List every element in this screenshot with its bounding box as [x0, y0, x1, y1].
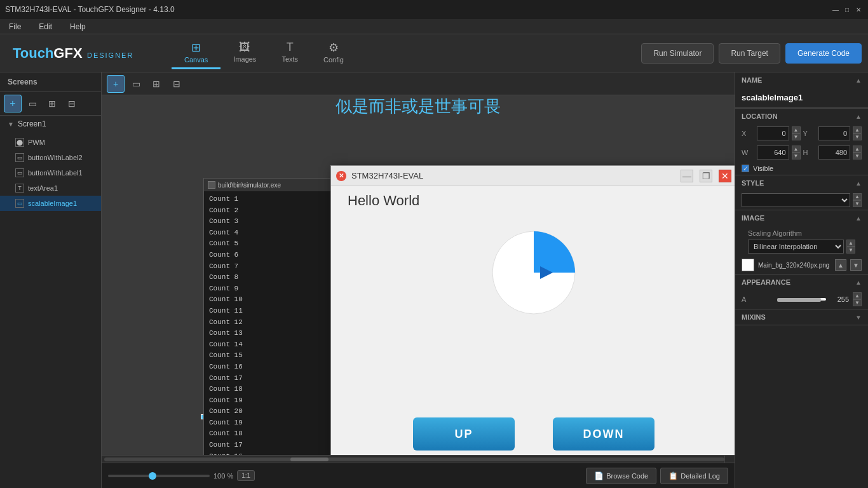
tab-canvas[interactable]: ⊞ Canvas	[172, 37, 220, 69]
run-target-button[interactable]: Run Target	[719, 43, 780, 64]
zoom-control: 100 % 1:1	[108, 470, 580, 481]
generate-code-button[interactable]: Generate Code	[785, 43, 862, 64]
browse-code-button[interactable]: 📄 Browse Code	[586, 468, 656, 484]
menu-help[interactable]: Help	[66, 21, 90, 32]
alpha-spin: ▲ ▼	[853, 292, 862, 306]
menu-file[interactable]: File	[5, 21, 25, 32]
simulator-minimize-button[interactable]: —	[681, 170, 693, 182]
prop-w-down[interactable]: ▼	[792, 152, 801, 159]
prop-y-up[interactable]: ▲	[853, 126, 862, 133]
prop-y-input[interactable]	[818, 126, 851, 140]
prop-style-down[interactable]: ▼	[853, 200, 862, 207]
alpha-slider[interactable]	[777, 298, 826, 301]
run-simulator-button[interactable]: Run Simulator	[641, 43, 714, 64]
visible-checkbox[interactable]: ✓	[742, 165, 749, 172]
detailed-log-button[interactable]: 📋 Detailed Log	[660, 468, 728, 484]
prop-section-location: LOCATION ▲ X ▲ ▼ Y ▲ ▼	[735, 109, 868, 175]
prop-name-area: scalableImage1	[735, 88, 868, 108]
alpha-up[interactable]: ▲	[853, 292, 862, 299]
sidebar-item-buttonwithlabel2[interactable]: ▭ buttonWithLabel2	[0, 150, 101, 165]
zoom-slider-thumb[interactable]	[149, 472, 156, 480]
texts-icon: T	[287, 41, 294, 54]
watermark-text: 似是而非或是世事可畏	[102, 95, 735, 118]
prop-w-up[interactable]: ▲	[792, 146, 801, 152]
sidebar-item-screen1[interactable]: ▼ Screen1	[0, 116, 101, 132]
collapse-location-icon: ▲	[855, 113, 862, 120]
close-button[interactable]: ✕	[854, 5, 863, 14]
prop-x-input[interactable]	[757, 126, 789, 140]
scroll-corner	[724, 456, 732, 463]
grid-tool-button[interactable]: ⊞	[43, 95, 61, 112]
sidebar-item-pwm[interactable]: ⬤ PWM	[0, 135, 101, 150]
scalable-image-icon: ▭	[15, 199, 24, 208]
prop-x-spin: ▲ ▼	[792, 126, 801, 140]
terminal-body[interactable]: Count 1 Count 2 Count 3 Count 4 Count 5 …	[204, 191, 336, 455]
prop-h-down[interactable]: ▼	[853, 152, 862, 159]
image-expand-button[interactable]: ▼	[850, 259, 862, 271]
chevron-down-icon: ▼	[8, 121, 14, 128]
prop-h-up[interactable]: ▲	[853, 146, 862, 152]
prop-y-down[interactable]: ▼	[853, 133, 862, 140]
canvas-add-button[interactable]: +	[107, 75, 125, 93]
prop-section-name: NAME ▲ scalableImage1	[735, 72, 868, 109]
sidebar-item-buttonwithlabel1[interactable]: ▭ buttonWithLabel1	[0, 165, 101, 180]
simulator-close-button[interactable]: ✕	[719, 170, 731, 182]
scaling-algorithm-select[interactable]: Bilinear Interpolation Nearest Neighbor	[748, 240, 844, 254]
prop-style-up[interactable]: ▲	[853, 193, 862, 200]
maximize-button[interactable]: □	[843, 5, 851, 14]
prop-x-down[interactable]: ▼	[792, 133, 801, 140]
select-tool-button[interactable]: ▭	[24, 95, 41, 112]
minimize-button[interactable]: —	[831, 5, 840, 14]
bottom-actions: 📄 Browse Code 📋 Detailed Log	[586, 468, 728, 484]
prop-w-input[interactable]	[757, 146, 789, 159]
canvas-scroll-thumb[interactable]	[290, 458, 329, 461]
simulator-up-button[interactable]: UP	[413, 417, 515, 451]
sidebar-item-scalableimage1[interactable]: ▭ scalableImage1	[0, 196, 101, 211]
menu-edit[interactable]: Edit	[35, 21, 56, 32]
add-widget-button[interactable]: +	[4, 95, 22, 112]
scaling-down[interactable]: ▼	[846, 247, 855, 254]
tab-images[interactable]: 🖼 Images	[220, 37, 269, 69]
prop-mixins-header[interactable]: MIXINS ▼	[735, 309, 868, 325]
terminal-line: Count 17	[209, 373, 331, 384]
prop-image-file-row: Main_bg_320x240px.png ▲ ▼	[735, 256, 868, 274]
image-thumbnail	[742, 259, 754, 271]
pie-svg	[489, 228, 578, 317]
prop-style-header[interactable]: STYLE ▲	[735, 175, 868, 191]
prop-x-up[interactable]: ▲	[792, 126, 801, 133]
terminal-window: build\bin\simulator.exe Count 1 Count 2 …	[203, 178, 337, 455]
prop-section-appearance: APPEARANCE ▲ A 255 ▲ ▼	[735, 274, 868, 309]
prop-style-select[interactable]	[742, 193, 850, 207]
canvas-scrollbar-horizontal[interactable]	[102, 455, 735, 463]
toolbar-actions: Run Simulator Run Target Generate Code	[641, 43, 862, 64]
terminal-line: Count 19	[209, 417, 331, 429]
sidebar-item-textarea1[interactable]: T textArea1	[0, 180, 101, 196]
simulator-down-button[interactable]: DOWN	[553, 417, 654, 451]
prop-image-header[interactable]: IMAGE ▲	[735, 210, 868, 226]
canvas-grid-button[interactable]: ⊞	[147, 75, 165, 93]
tab-texts-label: Texts	[281, 55, 298, 63]
snap-tool-button[interactable]: ⊟	[63, 95, 81, 112]
alpha-down[interactable]: ▼	[853, 299, 862, 306]
prop-name-header[interactable]: NAME ▲	[735, 72, 868, 88]
tab-config-label: Config	[323, 56, 344, 64]
prop-location-header[interactable]: LOCATION ▲	[735, 109, 868, 124]
prop-appearance-header[interactable]: APPEARANCE ▲	[735, 274, 868, 290]
collapse-icon: ▲	[855, 77, 862, 84]
canvas-snap-button[interactable]: ⊟	[168, 75, 186, 93]
tab-config[interactable]: ⚙ Config	[311, 37, 356, 69]
screen1-label: Screen1	[18, 119, 46, 128]
tab-texts[interactable]: T Texts	[269, 37, 311, 69]
terminal-line: Count 13	[209, 328, 331, 339]
detailed-log-label: Detailed Log	[681, 472, 720, 480]
image-change-button[interactable]: ▲	[835, 259, 846, 271]
prop-w-label: W	[742, 149, 754, 156]
canvas-frame-button[interactable]: ▭	[127, 75, 145, 93]
zoom-slider[interactable]	[108, 475, 210, 477]
tab-canvas-label: Canvas	[184, 56, 208, 64]
prop-name-value: scalableImage1	[742, 93, 803, 102]
prop-h-input[interactable]	[818, 146, 851, 159]
scaling-up[interactable]: ▲	[846, 240, 855, 247]
simulator-restore-button[interactable]: ❐	[700, 170, 712, 182]
terminal-line: Count 6	[209, 250, 331, 261]
